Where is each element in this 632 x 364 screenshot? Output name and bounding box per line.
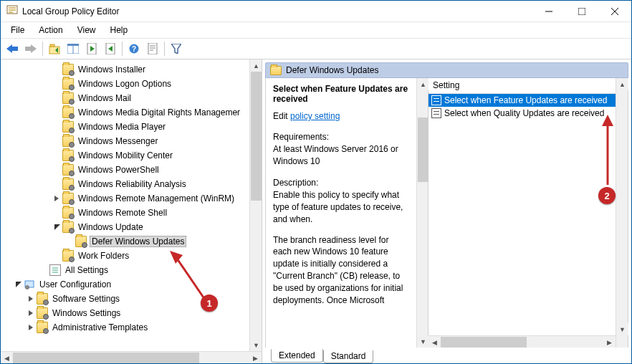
computer-icon [24, 279, 35, 290]
expander-closed-icon[interactable] [27, 322, 37, 332]
svg-marker-9 [25, 44, 37, 53]
description-scrollbar[interactable]: ▲ ▼ [416, 78, 428, 348]
desc-scroll-down[interactable]: ▼ [417, 335, 429, 348]
scroll-down-button[interactable]: ▼ [250, 339, 262, 351]
svg-marker-26 [171, 44, 181, 54]
folder-icon [62, 221, 74, 233]
tree-item[interactable]: Windows Installer [1, 62, 249, 77]
scroll-thumb[interactable] [251, 72, 262, 201]
list-scroll-up[interactable]: ▲ [616, 78, 628, 90]
tree-item[interactable]: Windows Remote Management (WinRM) [1, 191, 249, 206]
back-button[interactable] [4, 40, 21, 57]
tree-horizontal-scrollbar[interactable]: ◀ ▶ [1, 351, 262, 363]
details-header-title: Defer Windows Updates [286, 65, 378, 75]
tree-item[interactable]: Windows Media Digital Rights Managemer [1, 105, 249, 120]
tree-item[interactable]: Windows PowerShell [1, 163, 249, 177]
desc-scroll-thumb[interactable] [418, 118, 428, 182]
folder-icon [62, 250, 74, 262]
list-scroll-right[interactable]: ▶ [603, 336, 616, 348]
expander-open-icon[interactable] [14, 279, 24, 289]
annotation-badge-1: 1 [201, 294, 218, 312]
maximize-button[interactable] [565, 1, 598, 22]
tree-item[interactable]: Administrative Templates [1, 320, 249, 335]
tab-extended[interactable]: Extended [271, 349, 323, 363]
folder-icon [62, 107, 74, 118]
list-horizontal-scrollbar[interactable]: ◀ ▶ [428, 335, 616, 348]
svg-rect-3 [9, 11, 13, 13]
desc-scroll-up[interactable]: ▲ [417, 78, 429, 90]
help-button[interactable]: ? [125, 40, 143, 57]
folder-icon [37, 293, 48, 305]
tree-item-label: Windows Update [78, 222, 143, 232]
expander-none [65, 236, 75, 246]
svg-rect-11 [50, 44, 54, 47]
annotation-badge-2: 2 [598, 187, 616, 204]
expander-none [52, 122, 62, 132]
scroll-left-button[interactable]: ◀ [1, 352, 13, 364]
folder-icon [62, 164, 74, 176]
expander-closed-icon[interactable] [27, 294, 37, 304]
tree-item-label: Windows Remote Management (WinRM) [78, 193, 234, 203]
tab-standard[interactable]: Standard [323, 350, 374, 363]
svg-marker-32 [16, 282, 21, 287]
tree-vertical-scrollbar[interactable]: ▲ ▼ [249, 59, 262, 351]
requirements-section: Requirements: At least Windows Server 20… [273, 131, 409, 167]
setting-label: Select when Feature Updates are received [444, 95, 607, 105]
folder-icon [62, 193, 74, 204]
tree-item[interactable]: Windows Messenger [1, 134, 249, 148]
folder-icon [62, 121, 74, 133]
list-scroll-down[interactable]: ▼ [616, 323, 628, 335]
tree-item[interactable]: Windows Media Player [1, 120, 249, 134]
menubar: File Action View Help [1, 22, 631, 38]
properties-button[interactable] [144, 40, 161, 57]
show-hide-console-button[interactable] [64, 40, 82, 57]
menu-action[interactable]: Action [33, 24, 68, 37]
close-button[interactable] [598, 1, 631, 22]
scroll-up-button[interactable]: ▲ [250, 59, 262, 72]
folder-icon [62, 92, 74, 104]
list-scroll-thumb-h[interactable] [441, 337, 527, 348]
scroll-right-button[interactable]: ▶ [249, 352, 262, 364]
expander-closed-icon[interactable] [52, 193, 62, 203]
tree-item-label: Defer Windows Updates [92, 236, 184, 246]
export-button[interactable] [102, 40, 119, 57]
tree-item[interactable]: Windows Remote Shell [1, 206, 249, 220]
expander-closed-icon[interactable] [27, 308, 37, 318]
svg-marker-39 [170, 251, 183, 264]
expander-none [52, 150, 62, 161]
filter-button[interactable] [168, 40, 185, 57]
column-header-setting[interactable]: Setting [428, 78, 616, 94]
description-section: Description: Enable this policy to speci… [273, 177, 409, 306]
folder-icon [62, 178, 74, 190]
setting-row[interactable]: Select when Quality Updates are received [428, 107, 616, 120]
tree-item[interactable]: Windows Reliability Analysis [1, 177, 249, 191]
tree-item-label: Software Settings [52, 294, 120, 304]
up-button[interactable] [46, 40, 63, 57]
tabs: Extended Standard [265, 348, 628, 363]
svg-marker-27 [54, 196, 59, 201]
svg-line-38 [176, 257, 206, 302]
expander-none [52, 251, 62, 261]
menu-help[interactable]: Help [105, 24, 134, 37]
requirements-label: Requirements: [273, 131, 409, 143]
setting-row[interactable]: Select when Feature Updates are received [428, 94, 616, 107]
tree-item[interactable]: Defer Windows Updates [1, 234, 249, 249]
description-p2: The branch readiness level for each new … [273, 234, 409, 307]
scroll-thumb-h[interactable] [13, 353, 199, 363]
content: Windows InstallerWindows Logon OptionsWi… [1, 59, 631, 363]
edit-policy-setting-link[interactable]: policy setting [290, 111, 340, 121]
setting-label: Select when Quality Updates are received [444, 108, 604, 118]
tree-item-label: Windows Media Player [78, 122, 166, 132]
tree-item[interactable]: Windows Mail [1, 91, 249, 105]
menu-view[interactable]: View [72, 24, 102, 37]
list-scroll-left[interactable]: ◀ [428, 336, 441, 348]
refresh-button[interactable] [83, 40, 100, 57]
forward-button[interactable] [22, 40, 39, 57]
menu-file[interactable]: File [5, 24, 30, 37]
expander-open-icon[interactable] [52, 222, 62, 232]
tree-item[interactable]: Windows Logon Options [1, 77, 249, 91]
minimize-button[interactable] [532, 1, 565, 22]
tree-item[interactable]: Windows Mobility Center [1, 148, 249, 163]
tree-item[interactable]: Windows Update [1, 220, 249, 234]
details-pane: Defer Windows Updates Select when Featur… [262, 59, 631, 363]
